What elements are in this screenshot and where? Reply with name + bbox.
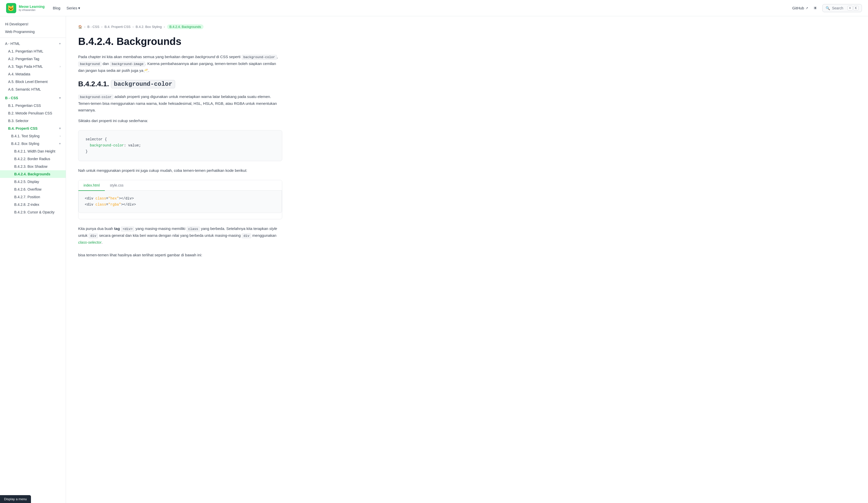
- search-icon: 🔍: [826, 6, 830, 10]
- sidebar-hi: Hi Developers! Web Programming: [0, 20, 66, 35]
- sidebar-divider: [0, 38, 66, 38]
- chevron-icon: ▾: [59, 42, 61, 45]
- section1-title-code: background-color: [111, 80, 175, 88]
- chevron-icon: ▾: [59, 142, 61, 145]
- page-title: B.4.2.4. Backgrounds: [78, 35, 282, 48]
- search-kbd: ⌘ K: [847, 6, 859, 10]
- breadcrumb-boxstyling[interactable]: B.4.2. Box Styling: [136, 25, 162, 29]
- sidebar-a-html: A - HTML ▾ A.1. Pengertian HTML A.2. Pen…: [0, 40, 66, 93]
- code-html-content: <div class="hex"></div> <div class="rgba…: [79, 191, 282, 213]
- tabbed-code-wrapper: index.html style.css <div class="hex"></…: [78, 180, 282, 219]
- sidebar-item-b426[interactable]: B.4.2.6. Overflow: [0, 185, 66, 193]
- sidebar-item-b429[interactable]: B.4.2.9. Cursor & Opacity: [0, 208, 66, 216]
- section1-title: B.4.2.4.1. background-color: [78, 80, 282, 88]
- sidebar-item-a1[interactable]: A.1. Pengertian HTML: [0, 48, 66, 55]
- chevron-icon: ›: [60, 134, 61, 138]
- external-link-icon: ↗: [806, 6, 808, 10]
- search-button[interactable]: 🔍 Search ⌘ K: [822, 4, 862, 12]
- logo-sub: by efrawandan: [19, 9, 45, 11]
- tab-style-css[interactable]: style.css: [105, 180, 129, 191]
- sidebar-b-css: B - CSS ▾ B.1. Pengertian CSS B.2. Metod…: [0, 94, 66, 216]
- sidebar-item-a6[interactable]: A.6. Semantic HTML: [0, 85, 66, 93]
- breadcrumb-sep: ›: [84, 25, 85, 29]
- sidebar-item-a5[interactable]: A.5. Block Level Element: [0, 78, 66, 85]
- navbar-left: 🐱 Meow Learning by efrawandan Blog Serie…: [6, 3, 80, 13]
- navbar-right: GitHub ↗ ☀ 🔍 Search ⌘ K: [792, 4, 862, 12]
- breadcrumb-bcss[interactable]: B - CSS: [87, 25, 99, 29]
- sidebar-item-b-css[interactable]: B - CSS ▾: [0, 94, 66, 102]
- nav-series[interactable]: Series ▾: [66, 6, 81, 10]
- nav-links: Blog Series ▾: [53, 6, 81, 10]
- sidebar-item-b421[interactable]: B.4.2.1. Width Dan Height: [0, 147, 66, 155]
- class-selector-link[interactable]: class-selector: [78, 240, 102, 244]
- breadcrumb-sep: ›: [164, 25, 165, 29]
- sidebar-item-b423[interactable]: B.4.2.3. Box Shadow: [0, 163, 66, 170]
- chevron-icon: ▾: [59, 127, 61, 130]
- breadcrumb-current: B.4.2.4. Backgrounds: [167, 24, 204, 29]
- section1-desc: background-color adalah properti yang di…: [78, 93, 282, 113]
- bottom-tooltip: Display a menu: [0, 495, 31, 503]
- sidebar-item-b422[interactable]: B.4.2.2. Border Radius: [0, 155, 66, 163]
- tab-index-html[interactable]: index.html: [79, 180, 105, 191]
- sidebar: Hi Developers! Web Programming A - HTML …: [0, 16, 66, 503]
- github-label: GitHub: [792, 6, 804, 10]
- code-usage-label: Nah untuk menggunakan properti ini juga …: [78, 167, 282, 174]
- sidebar-item-a3[interactable]: A.3. Tags Pada HTML ›: [0, 63, 66, 70]
- logo[interactable]: 🐱 Meow Learning by efrawandan: [6, 3, 45, 13]
- navbar: 🐱 Meow Learning by efrawandan Blog Serie…: [0, 0, 868, 16]
- logo-text: Meow Learning by efrawandan: [19, 4, 45, 11]
- sidebar-item-b425[interactable]: B.4.2.5. Display: [0, 178, 66, 185]
- theme-toggle-button[interactable]: ☀: [812, 4, 818, 12]
- code-block-syntax: selector { background-color: value; }: [78, 130, 282, 161]
- sidebar-item-b42[interactable]: B.4.2. Box Styling ▾: [0, 140, 66, 147]
- sidebar-item-b41[interactable]: B.4.1. Text Styling ›: [0, 132, 66, 140]
- sidebar-item-b3[interactable]: B.3. Selector: [0, 117, 66, 125]
- chevron-down-icon: ▾: [78, 6, 80, 10]
- sidebar-item-web[interactable]: Web Programming: [0, 28, 66, 35]
- svg-text:🐱: 🐱: [7, 5, 14, 12]
- sidebar-item-b1[interactable]: B.1. Pengertian CSS: [0, 102, 66, 109]
- intro-text: Pada chapter ini kita akan membahas semu…: [78, 53, 282, 74]
- syntax-label: Siktaks dari properti ini cukup sederhan…: [78, 117, 282, 124]
- sidebar-item-b424[interactable]: B.4.2.4. Backgrounds: [0, 170, 66, 178]
- main-content: 🏠 › B - CSS › B.4. Properti CSS › B.4.2.…: [66, 16, 294, 503]
- logo-title: Meow Learning: [19, 4, 45, 9]
- after-code-text: Kita punya dua buah tag <div> yang masin…: [78, 225, 282, 246]
- layout: Hi Developers! Web Programming A - HTML …: [0, 16, 868, 503]
- github-link[interactable]: GitHub ↗: [792, 6, 808, 10]
- search-label: Search: [832, 6, 843, 10]
- sidebar-item-b4[interactable]: B.4. Properti CSS ▾: [0, 125, 66, 132]
- sidebar-item-b2[interactable]: B.2. Metode Penulisan CSS: [0, 109, 66, 117]
- breadcrumb-properti[interactable]: B.4. Properti CSS: [105, 25, 131, 29]
- sidebar-item-b427[interactable]: B.4.2.7. Position: [0, 193, 66, 201]
- logo-icon: 🐱: [6, 3, 16, 13]
- tabs: index.html style.css: [79, 180, 282, 191]
- section1-title-text: B.4.2.4.1.: [78, 80, 109, 88]
- sidebar-item-a4[interactable]: A.4. Metadata: [0, 70, 66, 78]
- breadcrumb-home[interactable]: 🏠: [78, 25, 82, 29]
- breadcrumb-sep: ›: [133, 25, 134, 29]
- chevron-icon: ›: [60, 65, 61, 68]
- chevron-icon: ▾: [59, 96, 61, 100]
- sidebar-item-hi[interactable]: Hi Developers!: [0, 20, 66, 28]
- sidebar-item-a2[interactable]: A.2. Pengertian Tag: [0, 55, 66, 63]
- sidebar-item-a-html[interactable]: A - HTML ▾: [0, 40, 66, 48]
- sidebar-item-b428[interactable]: B.4.2.8. Z-index: [0, 201, 66, 208]
- breadcrumb-sep: ›: [101, 25, 102, 29]
- nav-blog[interactable]: Blog: [53, 6, 60, 10]
- breadcrumb: 🏠 › B - CSS › B.4. Properti CSS › B.4.2.…: [78, 24, 282, 29]
- final-label: bisa temen-temen lihat hasilnya akan ter…: [78, 252, 282, 258]
